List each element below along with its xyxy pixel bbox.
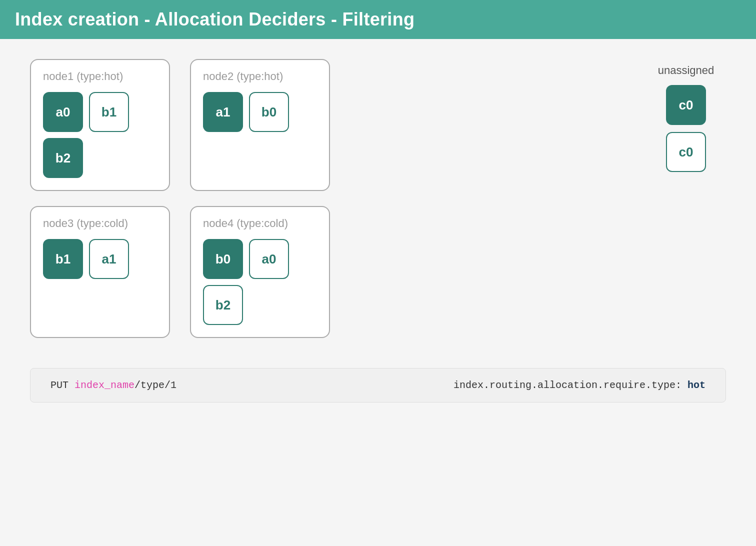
- shard-a1-replica-node3: a1: [89, 239, 129, 279]
- page-title: Index creation - Allocation Deciders - F…: [15, 9, 741, 30]
- footer-command: PUT index_name/type/1: [50, 380, 176, 391]
- node4-title: node4 (type:cold): [203, 217, 317, 230]
- node3-title: node3 (type:cold): [43, 217, 157, 230]
- unassigned-section: unassigned c0 c0: [646, 64, 726, 338]
- shard-a0-replica-node4: a0: [249, 239, 289, 279]
- node3-box: node3 (type:cold) b1 a1: [30, 206, 170, 338]
- shard-b0-replica: b0: [249, 92, 289, 132]
- node4-box: node4 (type:cold) b0 a0 b2: [190, 206, 330, 338]
- shard-b2-primary: b2: [43, 138, 83, 178]
- shard-a1-primary: a1: [203, 92, 243, 132]
- main-content: node1 (type:hot) a0 b1 b2 node2 (type:ho…: [0, 39, 756, 353]
- command-rest: /type/1: [134, 380, 176, 391]
- unassigned-label: unassigned: [658, 64, 714, 77]
- node1-shards-row2: b2: [43, 138, 157, 178]
- nodes-row-top: node1 (type:hot) a0 b1 b2 node2 (type:ho…: [30, 59, 616, 191]
- page-header: Index creation - Allocation Deciders - F…: [0, 0, 756, 39]
- shard-b2-replica-node4: b2: [203, 285, 243, 325]
- node4-shards-row2: b2: [203, 285, 317, 325]
- command-index-name: index_name: [74, 380, 134, 391]
- node2-box: node2 (type:hot) a1 b0: [190, 59, 330, 191]
- node1-box: node1 (type:hot) a0 b1 b2: [30, 59, 170, 191]
- node1-title: node1 (type:hot): [43, 70, 157, 83]
- node1-shards-row1: a0 b1: [43, 92, 157, 132]
- footer-setting: index.routing.allocation.require.type: h…: [454, 380, 706, 391]
- unassigned-c0-primary: c0: [666, 85, 706, 125]
- node2-shards-row1: a1 b0: [203, 92, 317, 132]
- node2-title: node2 (type:hot): [203, 70, 317, 83]
- shard-a0-primary: a0: [43, 92, 83, 132]
- shard-b0-primary-node4: b0: [203, 239, 243, 279]
- footer-bar: PUT index_name/type/1 index.routing.allo…: [30, 368, 726, 402]
- command-put: PUT: [50, 380, 74, 391]
- shard-b1-replica: b1: [89, 92, 129, 132]
- node3-shards-row1: b1 a1: [43, 239, 157, 279]
- shard-b1-primary-node3: b1: [43, 239, 83, 279]
- setting-key: index.routing.allocation.require.type:: [454, 380, 688, 391]
- unassigned-c0-replica: c0: [666, 132, 706, 172]
- nodes-row-bottom: node3 (type:cold) b1 a1 node4 (type:cold…: [30, 206, 616, 338]
- unassigned-shards: c0 c0: [666, 85, 706, 172]
- node4-shards-row1: b0 a0: [203, 239, 317, 279]
- diagram-area: node1 (type:hot) a0 b1 b2 node2 (type:ho…: [30, 59, 616, 338]
- setting-value: hot: [688, 380, 706, 391]
